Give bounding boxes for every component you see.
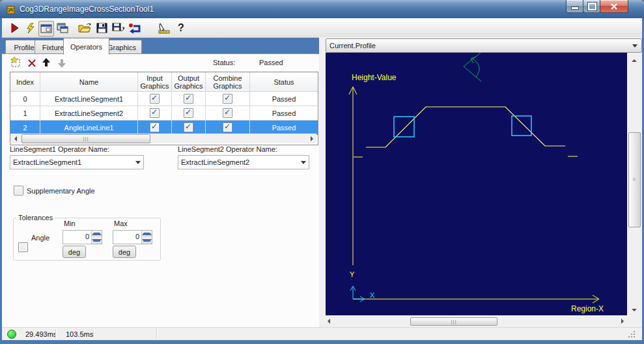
profile-graph[interactable]: Height-Value Y Region-X X — [326, 53, 627, 315]
tab-label: Graphics — [107, 44, 136, 51]
spin-up-icon[interactable] — [92, 231, 102, 237]
scroll-up-icon — [632, 59, 637, 62]
resize-grip-icon[interactable] — [627, 331, 636, 339]
min-spinner[interactable]: 0 — [63, 230, 102, 244]
delete-operator-button[interactable] — [26, 57, 37, 68]
scroll-left-icon — [14, 136, 17, 141]
move-up-button[interactable] — [41, 57, 52, 68]
x-axis-label: Region-X — [571, 304, 604, 313]
x-marker: X — [370, 291, 375, 299]
save-as-icon — [112, 23, 125, 33]
cell-name: AngleLineLine1 — [40, 121, 138, 135]
statusbar-divider — [156, 329, 157, 339]
new-operator-icon — [10, 57, 21, 68]
save-as-button[interactable] — [111, 21, 126, 35]
total-time: 103.5ms — [66, 330, 93, 338]
status-bar: 29.493ms 103.5ms — [2, 327, 642, 340]
scroll-left-icon — [328, 319, 330, 324]
max-value: 0 — [113, 231, 141, 244]
linesegment2-value: ExtractLineSegment2 — [178, 158, 298, 166]
statusbar-divider — [93, 329, 94, 339]
help-button[interactable]: ? — [174, 21, 188, 35]
supplementary-angle-checkbox[interactable] — [14, 186, 23, 195]
display-source-combo[interactable]: Current.Profile — [326, 38, 642, 53]
input-graphics-checkbox[interactable] — [150, 94, 160, 104]
linesegment1-combo[interactable]: ExtractLineSegment1 — [10, 155, 144, 169]
app-icon — [6, 5, 16, 14]
col-combine-graphics[interactable]: Combine Graphics — [206, 72, 250, 92]
h-scroll-thumb[interactable]: ||| — [410, 317, 497, 326]
cell-status: Passed — [250, 92, 318, 106]
table-header-row: Index Name Input Graphics Output Graphic… — [10, 72, 318, 92]
spin-down-icon[interactable] — [142, 237, 152, 244]
tab-operators[interactable]: Operators — [63, 38, 109, 55]
table-h-scrollbar[interactable]: ||| — [10, 134, 316, 143]
table-row[interactable]: 0 ExtractLineSegment1 Passed — [10, 92, 318, 106]
execution-time: 29.493ms — [25, 330, 57, 338]
input-graphics-checkbox[interactable] — [150, 122, 160, 132]
statusbar-divider — [55, 329, 56, 339]
float-display-icon — [57, 23, 68, 34]
max-label: Max — [114, 220, 128, 227]
add-operator-button[interactable] — [10, 57, 21, 68]
run-button[interactable] — [8, 21, 22, 35]
live-run-button[interactable] — [23, 21, 38, 35]
minimize-button[interactable] — [566, 0, 584, 13]
help-icon: ? — [178, 22, 184, 34]
scroll-right-icon — [311, 136, 313, 141]
tab-label: Operators — [70, 43, 102, 51]
output-graphics-checkbox[interactable] — [184, 94, 193, 104]
float-tool-display-button[interactable] — [55, 21, 70, 35]
spin-up-icon[interactable] — [142, 231, 152, 237]
max-unit-label: deg — [119, 248, 130, 256]
min-value: 0 — [63, 231, 91, 244]
linesegment1-label: LineSegment1 Operator Name: — [10, 145, 109, 153]
combine-graphics-checkbox[interactable] — [223, 94, 232, 104]
combine-graphics-checkbox[interactable] — [223, 108, 232, 118]
chevron-down-icon — [132, 156, 143, 169]
table-row[interactable]: 1 ExtractLineSegment2 Passed — [10, 106, 318, 121]
table-row-selected[interactable]: 2 AngleLineLine1 Passed — [10, 121, 318, 135]
max-unit-button[interactable]: deg — [113, 246, 136, 258]
angle-tolerance-checkbox[interactable] — [18, 242, 28, 252]
col-index[interactable]: Index — [10, 72, 40, 92]
tab-divider — [2, 53, 317, 54]
minimize-icon — [567, 0, 583, 12]
linesegment2-combo[interactable]: ExtractLineSegment2 — [178, 155, 309, 169]
combine-graphics-checkbox[interactable] — [223, 122, 232, 132]
linesegment1-value: ExtractLineSegment1 — [10, 158, 132, 166]
maximize-button[interactable] — [583, 0, 601, 13]
output-graphics-checkbox[interactable] — [184, 122, 193, 132]
save-button[interactable] — [94, 21, 109, 35]
show-tool-display-button[interactable] — [38, 21, 54, 36]
move-down-button[interactable] — [57, 57, 68, 68]
run-icon — [10, 23, 20, 33]
display-v-scrollbar[interactable]: ≡ — [628, 55, 641, 315]
title-bar[interactable]: Cog3DRangeImageCrossSectionTool1 — [0, 0, 644, 18]
col-input-graphics[interactable]: Input Graphics — [138, 72, 172, 92]
input-graphics-checkbox[interactable] — [150, 108, 160, 118]
reset-button[interactable] — [128, 21, 143, 35]
linesegment2-box — [512, 116, 531, 136]
output-graphics-checkbox[interactable] — [184, 108, 193, 118]
tab-label: Profile — [14, 44, 34, 51]
v-scroll-thumb[interactable]: ≡ — [628, 132, 641, 227]
display-h-scrollbar[interactable]: ||| — [324, 317, 627, 326]
min-unit-button[interactable]: deg — [63, 246, 86, 258]
open-button[interactable] — [77, 21, 92, 35]
y-marker: Y — [350, 270, 355, 278]
linesegment2-label: LineSegment2 Operator Name: — [178, 145, 277, 153]
close-button[interactable] — [600, 0, 628, 13]
table-scroll-thumb[interactable]: ||| — [21, 134, 150, 143]
col-status[interactable]: Status — [250, 72, 318, 92]
electrode-button[interactable] — [157, 21, 171, 35]
col-output-graphics[interactable]: Output Graphics — [172, 72, 206, 92]
max-spinner[interactable]: 0 — [113, 230, 152, 244]
reset-icon — [128, 23, 143, 34]
scroll-down-icon — [632, 309, 637, 311]
col-name[interactable]: Name — [40, 72, 138, 92]
min-label: Min — [64, 220, 76, 227]
spin-down-icon[interactable] — [92, 237, 102, 244]
linesegment1-box — [394, 117, 414, 137]
run-status-icon — [7, 330, 16, 339]
